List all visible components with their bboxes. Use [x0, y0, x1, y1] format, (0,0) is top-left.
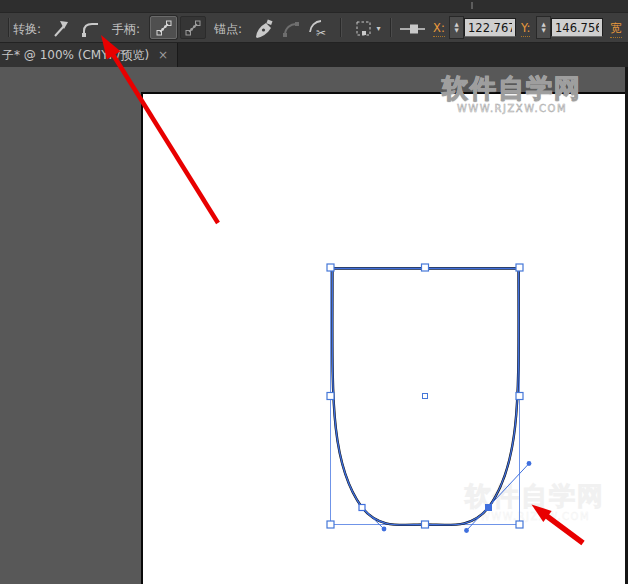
show-handles-icon — [156, 20, 172, 36]
anchor-label: 锚点: — [214, 21, 242, 38]
x-coordinate-label[interactable]: X: — [433, 21, 445, 37]
illustrator-window: { "toolbar": { "convert_label": "转换:", "… — [0, 0, 628, 584]
isolate-object-button[interactable]: ▾ — [348, 16, 388, 41]
reference-point-widget[interactable] — [398, 21, 428, 37]
connect-endpoints-icon — [282, 20, 302, 38]
convert-corner-icon — [51, 20, 71, 38]
connect-endpoints-button[interactable] — [279, 17, 305, 40]
cut-path-scissors-icon: ✂ — [307, 18, 333, 40]
convert-to-corner-button[interactable] — [48, 17, 74, 40]
y-coordinate-label[interactable]: Y: — [521, 21, 530, 37]
x-spinner[interactable]: ▲ ▼ — [449, 16, 464, 39]
toolbar-separator — [390, 18, 391, 37]
canvas-area[interactable]: 软件自学网 WWW.RJZXW.COM 软件自学网 WWW.RJZXW.COM — [0, 67, 628, 584]
convert-smooth-icon — [80, 20, 100, 38]
y-coordinate-input[interactable] — [551, 18, 603, 37]
show-handles-button[interactable] — [150, 16, 177, 39]
reference-slider-icon — [400, 23, 426, 35]
toolbar-separator — [340, 18, 341, 37]
document-tab-bar: 子* @ 100% (CMYK/预览) × — [0, 43, 628, 67]
hide-handles-button[interactable] — [180, 16, 206, 39]
pen-nib-icon — [253, 19, 275, 39]
document-tab[interactable]: 子* @ 100% (CMYK/预览) × — [0, 43, 178, 67]
handles-label: 手柄: — [112, 21, 140, 38]
hide-handles-icon — [185, 20, 201, 36]
control-bar: 转换: 手柄: 锚点: — [0, 13, 628, 43]
spin-down-icon[interactable]: ▼ — [454, 28, 458, 34]
panel-divider-tick — [471, 2, 473, 9]
delete-anchor-button[interactable] — [250, 16, 278, 41]
spin-down-icon[interactable]: ▼ — [541, 28, 545, 34]
document-tab-title: 子* @ 100% (CMYK/预览) — [2, 47, 149, 64]
artboard[interactable] — [141, 92, 625, 584]
svg-text:✂: ✂ — [316, 26, 326, 40]
x-coordinate-input[interactable] — [464, 18, 516, 37]
y-spinner[interactable]: ▲ ▼ — [536, 16, 551, 39]
tab-close-icon[interactable]: × — [158, 49, 168, 61]
cut-path-button[interactable]: ✂ — [305, 16, 335, 41]
convert-to-smooth-button[interactable] — [77, 17, 103, 40]
toolbar-separator — [8, 18, 9, 37]
isolate-object-icon — [355, 20, 373, 38]
width-label[interactable]: 宽 — [610, 21, 622, 38]
window-top-strip — [0, 0, 628, 13]
chevron-down-icon: ▾ — [376, 24, 380, 33]
convert-label: 转换: — [13, 21, 41, 38]
